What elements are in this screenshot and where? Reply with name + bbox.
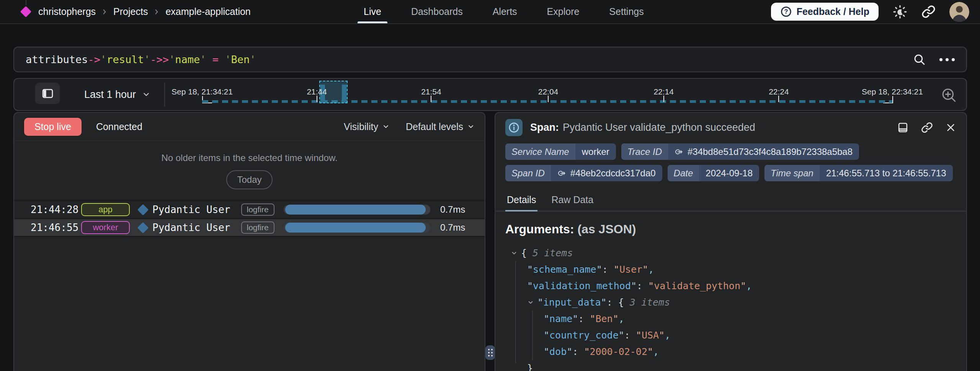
tab-details[interactable]: Details: [505, 191, 537, 211]
json-token: ": [648, 280, 654, 291]
query-token: ': [250, 54, 256, 65]
live-view-panel: Stop live Connected Visibility Default l…: [13, 112, 485, 371]
json-token: ": [544, 313, 549, 324]
tab-explore[interactable]: Explore: [547, 0, 580, 23]
json-token: :: [624, 330, 636, 341]
share-link-icon[interactable]: [921, 5, 936, 19]
json-token: ": [631, 280, 637, 291]
span-title-text: Pydantic User validate_python succeeded: [563, 122, 755, 133]
svg-text:?: ?: [784, 8, 788, 15]
json-token: ": [572, 313, 578, 324]
json-token: input_data: [543, 297, 601, 308]
sidebar-toggle-button[interactable]: [35, 83, 60, 104]
timeline-baseline: [202, 100, 892, 103]
json-token: name: [549, 313, 572, 324]
query-token: ->: [88, 54, 101, 65]
span-row[interactable]: 21:46:55workerPydantic Userlogfire0.7ms: [14, 219, 485, 237]
timeline-tick: [317, 96, 317, 102]
panel-resize-handle[interactable]: [485, 345, 495, 360]
json-token: ": [642, 264, 648, 275]
nav-right-cluster: ? Feedback / Help: [771, 0, 969, 23]
json-token: ": [590, 313, 595, 324]
empty-state-message: No older items in the selected time wind…: [161, 153, 337, 163]
json-token: ,: [746, 280, 752, 291]
logfire-logo-icon[interactable]: [20, 6, 32, 18]
collapse-chevron-icon[interactable]: [527, 299, 537, 306]
search-icon[interactable]: [913, 53, 926, 66]
timeline-bar: Last 1 hour Sep 18, 21:34:21 Sep 18, 22:…: [13, 78, 967, 111]
query-bar[interactable]: attributes->'result'->>'name' = 'Ben': [13, 47, 967, 72]
default-levels-dropdown[interactable]: Default levels: [406, 121, 475, 132]
tab-settings[interactable]: Settings: [609, 0, 644, 23]
metadata-value[interactable]: #48eb2cdcdc317da0: [551, 165, 662, 181]
default-levels-label: Default levels: [406, 121, 463, 132]
connection-status: Connected: [96, 121, 142, 132]
json-token: schema_name: [533, 264, 596, 275]
timeline-end-tick: [892, 96, 893, 103]
collapse-chevron-icon[interactable]: [511, 250, 521, 257]
metadata-value[interactable]: #34bd8e51d73c3f4c8a189b72338a5ba8: [668, 143, 859, 160]
span-diamond-icon: [137, 204, 149, 215]
theme-toggle-icon[interactable]: [892, 4, 908, 20]
metadata-value-text: #48eb2cdcdc317da0: [570, 168, 656, 179]
metadata-value-text: worker: [582, 146, 609, 157]
visibility-dropdown[interactable]: Visibility: [344, 121, 390, 132]
json-token: :: [572, 346, 584, 357]
json-line: "name": "Ben",: [505, 311, 956, 327]
copy-link-icon[interactable]: [921, 122, 933, 133]
json-token: :: [637, 280, 648, 291]
scope-badge: logfire: [241, 221, 274, 234]
breadcrumb-item[interactable]: christophergs: [38, 6, 96, 17]
span-row[interactable]: 21:44:28appPydantic Userlogfire0.7ms: [14, 201, 485, 219]
today-button[interactable]: Today: [226, 170, 272, 189]
chevron-down-icon: [467, 123, 475, 130]
dock-panel-icon[interactable]: [897, 122, 909, 133]
query-token: ': [200, 54, 206, 65]
json-token: ,: [619, 313, 624, 324]
json-token: ": [596, 264, 602, 275]
duration-bar-fill: [285, 223, 426, 233]
feedback-help-button[interactable]: ? Feedback / Help: [771, 3, 879, 21]
timeline-tick-label: 21:54: [421, 87, 441, 96]
query-token: ': [144, 54, 150, 65]
top-nav: christophergsProjectsexample-application…: [0, 0, 980, 24]
chevron-right-icon: [101, 8, 108, 15]
zoom-in-icon[interactable]: [941, 87, 957, 103]
environment-badge: app: [81, 203, 130, 216]
span-metadata: Service NameworkerTrace ID#34bd8e51d73c3…: [505, 140, 956, 186]
tab-alerts[interactable]: Alerts: [493, 0, 517, 23]
metadata-value: worker: [575, 143, 616, 160]
info-icon: [505, 119, 523, 136]
stop-live-button[interactable]: Stop live: [24, 118, 82, 136]
timeline-tick: [431, 96, 431, 102]
span-name: Pydantic User: [152, 204, 230, 215]
breadcrumb-item[interactable]: example-application: [165, 6, 250, 17]
json-indent-guide: [532, 311, 533, 360]
query-input[interactable]: attributes->'result'->>'name' = 'Ben': [26, 54, 256, 65]
tab-dashboards[interactable]: Dashboards: [411, 0, 463, 23]
user-avatar[interactable]: [949, 2, 969, 22]
link-circle-icon: [557, 169, 567, 178]
query-token: ->>: [150, 54, 169, 65]
timeline-tick-label: 21:44: [307, 87, 327, 96]
timeline-histogram-bar: [342, 85, 346, 103]
close-icon[interactable]: [945, 122, 956, 133]
json-token: ": [614, 264, 619, 275]
json-token: USA: [642, 330, 659, 341]
timeline-axis[interactable]: Sep 18, 21:34:21 Sep 18, 22:34:21 21:442…: [202, 79, 892, 110]
breadcrumb-item[interactable]: Projects: [113, 6, 148, 17]
timeline-tick: [778, 96, 779, 102]
json-token: ": [544, 346, 549, 357]
time-range-dropdown[interactable]: Last 1 hour: [84, 79, 150, 110]
json-line: { 5 items: [505, 245, 956, 261]
tab-live[interactable]: Live: [364, 0, 381, 23]
json-token: {: [521, 247, 532, 259]
metadata-value-text: 2024-09-18: [706, 168, 753, 179]
more-options-icon[interactable]: [939, 58, 955, 61]
json-token: dob: [549, 346, 567, 357]
timeline-tick-label: 22:04: [538, 87, 559, 96]
duration-bar: [284, 223, 430, 233]
json-token: }: [527, 363, 533, 371]
tab-raw-data[interactable]: Raw Data: [550, 191, 595, 211]
metadata-pill: Service Nameworker: [505, 143, 616, 160]
